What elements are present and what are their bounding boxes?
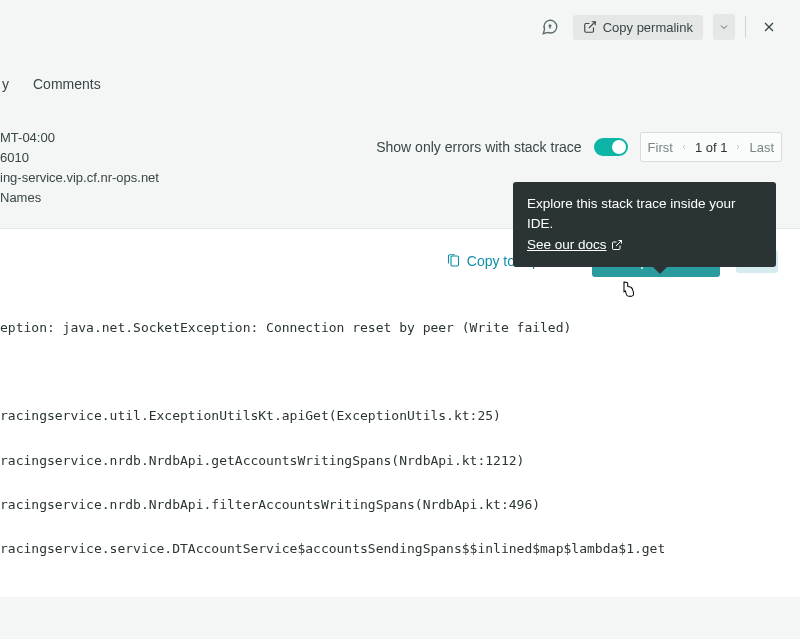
pager-first-button[interactable]: First xyxy=(641,140,680,155)
copy-permalink-button[interactable]: Copy permalink xyxy=(573,15,703,40)
bottom-gap xyxy=(0,597,800,639)
pager-next-button[interactable] xyxy=(734,142,742,152)
permalink-dropdown-button[interactable] xyxy=(713,14,735,40)
clipboard-icon xyxy=(446,253,461,269)
filter-label: Show only errors with stack trace xyxy=(376,139,581,155)
close-icon xyxy=(761,19,777,35)
meta-info: MT-04:00 6010 ing-service.vip.cf.nr-ops.… xyxy=(0,128,159,209)
meta-line: MT-04:00 xyxy=(0,128,159,148)
stack-line: racingservice.nrdb.NrdbApi.getAccountsWr… xyxy=(0,450,800,472)
pager-count: 1 of 1 xyxy=(688,140,735,155)
meta-line: ing-service.vip.cf.nr-ops.net xyxy=(0,168,159,188)
pager: First 1 of 1 Last xyxy=(640,132,782,162)
pager-prev-button[interactable] xyxy=(680,142,688,152)
chevron-down-icon xyxy=(718,21,730,33)
stack-line: racingservice.service.DTAccountService$a… xyxy=(0,538,800,560)
meta-line: Names xyxy=(0,188,159,208)
open-in-ide-tooltip: Explore this stack trace inside your IDE… xyxy=(513,182,776,267)
stack-line: racingservice.util.ExceptionUtilsKt.apiG… xyxy=(0,405,800,427)
stack-trace: eption: java.net.SocketException: Connec… xyxy=(0,295,800,639)
toolbar-divider xyxy=(745,16,746,38)
external-link-icon xyxy=(611,239,623,251)
stack-trace-panel: Copy to clipboard Open in IDE New eption… xyxy=(0,228,800,639)
svg-rect-2 xyxy=(451,256,459,266)
stack-line: racingservice.nrdb.NrdbApi.filterAccount… xyxy=(0,494,800,516)
filter-row: Show only errors with stack trace First … xyxy=(376,132,782,162)
tooltip-docs-link[interactable]: See our docs xyxy=(527,235,623,255)
tab-y[interactable]: y xyxy=(0,72,11,96)
pager-last-button[interactable]: Last xyxy=(742,140,781,155)
top-toolbar: Copy permalink xyxy=(537,14,782,40)
meta-line: 6010 xyxy=(0,148,159,168)
tabs: y Comments xyxy=(0,72,103,106)
close-button[interactable] xyxy=(756,14,782,40)
stack-line: eption: java.net.SocketException: Connec… xyxy=(0,317,800,339)
stack-trace-toggle[interactable] xyxy=(594,138,628,156)
permalink-icon xyxy=(583,20,597,34)
tab-comments[interactable]: Comments xyxy=(31,72,103,96)
stack-blank xyxy=(0,361,800,383)
share-dialog-icon[interactable] xyxy=(537,14,563,40)
tooltip-docs-label: See our docs xyxy=(527,235,607,255)
tooltip-text: Explore this stack trace inside your IDE… xyxy=(527,194,762,235)
copy-permalink-label: Copy permalink xyxy=(603,20,693,35)
